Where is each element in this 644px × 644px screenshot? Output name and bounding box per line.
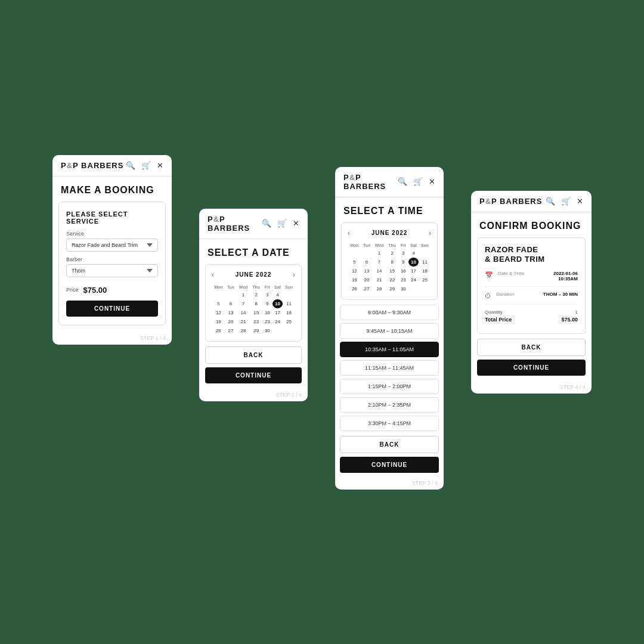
cal-day[interactable]: 18 [283, 308, 295, 317]
screen4-close-icon[interactable]: ✕ [577, 197, 583, 206]
screen3-continue-button[interactable]: CONTINUE [340, 457, 439, 473]
cal-day[interactable]: 8 [386, 258, 398, 267]
cal-day[interactable]: 11 [419, 258, 431, 267]
cal-day[interactable]: 16 [262, 308, 273, 317]
screen2-close-icon[interactable]: ✕ [293, 219, 299, 228]
cal-day[interactable]: 28 [372, 284, 386, 293]
cal-day[interactable]: 15 [386, 267, 398, 275]
screen4-search-icon[interactable]: 🔍 [546, 197, 555, 206]
cal-day[interactable]: 13 [225, 308, 237, 317]
cal-day[interactable]: 8 [250, 299, 262, 308]
cal-day[interactable]: 14 [372, 267, 386, 275]
close-icon[interactable]: ✕ [157, 161, 163, 170]
screen3-cart-icon[interactable]: 🛒 [413, 177, 423, 186]
service-select[interactable]: Razor Fade and Beard Trim [66, 239, 158, 252]
cal-day[interactable]: 26 [212, 326, 225, 335]
cal-day[interactable]: 24 [273, 317, 283, 326]
cal-day[interactable]: 20 [361, 275, 373, 284]
cal-day[interactable]: 3 [398, 249, 408, 258]
cal-day[interactable]: 9 [262, 299, 273, 308]
cal-day[interactable]: 26 [348, 284, 361, 293]
screen1-continue-button[interactable]: CONTINUE [66, 301, 158, 317]
time-slot-3[interactable]: 11:15AM – 11:45AM [340, 360, 439, 376]
cal2-prev-button[interactable]: ‹ [212, 271, 214, 279]
search-icon[interactable]: 🔍 [126, 161, 135, 170]
cal-day[interactable]: 11 [283, 299, 295, 308]
cal-day[interactable]: 4 [273, 290, 283, 299]
cal-day[interactable]: 19 [348, 275, 361, 284]
cal-day[interactable]: 23 [262, 317, 273, 326]
cal-day[interactable]: 10 [273, 299, 283, 308]
screen4-continue-button[interactable]: CONTINUE [477, 360, 586, 376]
time-slot-5[interactable]: 2:10PM – 2:35PM [340, 397, 439, 413]
screen2-search-icon[interactable]: 🔍 [262, 219, 271, 228]
cal-day[interactable]: 30 [398, 284, 408, 293]
screen4-back-button[interactable]: BACK [477, 339, 586, 356]
time-slot-1[interactable]: 9:45AM – 10:15AM [340, 323, 439, 339]
cal-day[interactable]: 6 [225, 299, 237, 308]
total-price-row: Total Price $75.00 [485, 317, 578, 323]
cal-day[interactable]: 1 [236, 290, 250, 299]
cal-day[interactable]: 5 [212, 299, 225, 308]
cal-day[interactable]: 29 [250, 326, 262, 335]
cal-day[interactable]: 14 [236, 308, 250, 317]
cal-day[interactable]: 17 [273, 308, 283, 317]
cal-day[interactable]: 5 [348, 258, 361, 267]
cal-day[interactable]: 4 [408, 249, 419, 258]
cal-day[interactable]: 22 [386, 275, 398, 284]
cart-icon[interactable]: 🛒 [141, 161, 151, 170]
barber-select[interactable]: Thom [66, 264, 158, 277]
cal-day[interactable]: 1 [372, 249, 386, 258]
screen3-search-icon[interactable]: 🔍 [398, 177, 407, 186]
cal2-next-button[interactable]: › [293, 271, 295, 279]
cal-day[interactable]: 3 [262, 290, 273, 299]
screen3-brand-logo: P&P BARBERS [343, 173, 398, 191]
screen2-brand-logo: P&P BARBERS [208, 215, 262, 233]
screen3-close-icon[interactable]: ✕ [429, 177, 435, 186]
cal-day[interactable]: 23 [398, 275, 408, 284]
cal-day[interactable]: 12 [212, 308, 225, 317]
cal-day[interactable]: 18 [419, 267, 431, 275]
cal-day[interactable]: 25 [283, 317, 295, 326]
cal2-day-fri: Fri [262, 284, 273, 290]
cal-day[interactable]: 2 [386, 249, 398, 258]
cal-day[interactable]: 19 [212, 317, 225, 326]
cal-day [408, 284, 419, 293]
cal3-next-button[interactable]: › [429, 229, 431, 237]
cal-day[interactable]: 25 [419, 275, 431, 284]
clock-icon: ⏲ [485, 292, 491, 299]
time-slot-2[interactable]: 10:35AM – 11:05AM [340, 342, 439, 357]
cal-day[interactable]: 30 [262, 326, 273, 335]
cal-day[interactable]: 24 [408, 275, 419, 284]
cal-day[interactable]: 7 [236, 299, 250, 308]
screen2-back-button[interactable]: BACK [205, 346, 302, 364]
cal-day[interactable]: 28 [236, 326, 250, 335]
cal-day[interactable]: 16 [398, 267, 408, 275]
cal-day[interactable]: 9 [398, 258, 408, 267]
cal-day[interactable]: 21 [372, 275, 386, 284]
screen2-cart-icon[interactable]: 🛒 [277, 219, 287, 228]
cal-day[interactable]: 7 [372, 258, 386, 267]
cal-day[interactable]: 15 [250, 308, 262, 317]
cal-day[interactable]: 17 [408, 267, 419, 275]
screen3-back-button[interactable]: BACK [340, 436, 439, 453]
screen2-continue-button[interactable]: CONTINUE [205, 367, 302, 383]
cal2-grid: Mon Tue Wed Thu Fri Sat Sun 123456789101… [212, 284, 295, 335]
cal-day[interactable]: 10 [408, 258, 419, 267]
time-slot-0[interactable]: 9:00AM – 9:30AM [340, 305, 439, 320]
time-slot-6[interactable]: 3:30PM – 4:15PM [340, 416, 439, 431]
cal-day[interactable]: 22 [250, 317, 262, 326]
cal-day[interactable]: 29 [386, 284, 398, 293]
screen4-cart-icon[interactable]: 🛒 [561, 197, 571, 206]
cal-day[interactable]: 21 [236, 317, 250, 326]
cal-day[interactable]: 27 [361, 284, 373, 293]
cal-day[interactable]: 13 [361, 267, 373, 275]
cal-day[interactable]: 27 [225, 326, 237, 335]
cal-day[interactable]: 6 [361, 258, 373, 267]
cal-day[interactable]: 20 [225, 317, 237, 326]
time-slot-4[interactable]: 1:15PM – 2:00PM [340, 379, 439, 394]
service-label: Service [66, 231, 158, 237]
cal-day[interactable]: 12 [348, 267, 361, 275]
cal3-prev-button[interactable]: ‹ [348, 229, 350, 237]
cal-day[interactable]: 2 [250, 290, 262, 299]
